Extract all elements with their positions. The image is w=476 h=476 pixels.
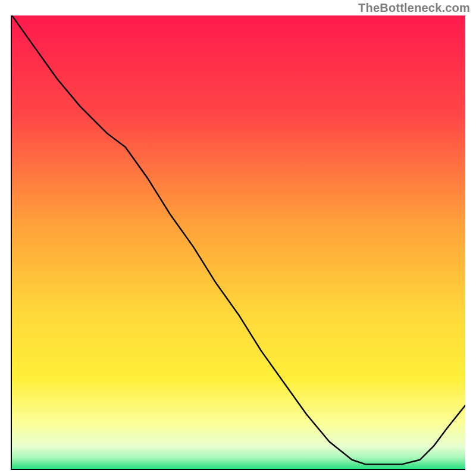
attribution-label: TheBottleneck.com	[358, 1, 470, 15]
chart-wrapper: TheBottleneck.com	[0, 0, 476, 476]
heat-gradient-bg	[12, 15, 465, 469]
plot-area	[11, 15, 465, 470]
